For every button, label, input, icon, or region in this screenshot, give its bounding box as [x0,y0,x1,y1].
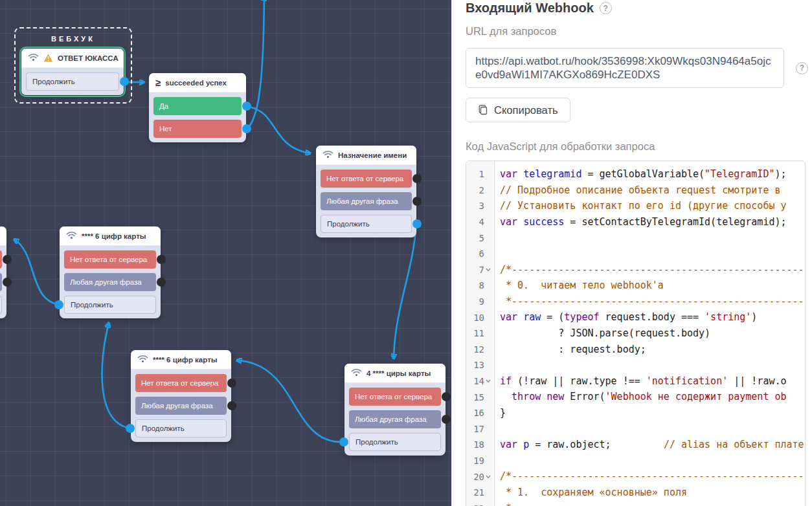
fold-chevron-icon[interactable] [484,266,492,274]
gutter-row: 16 [466,405,494,421]
fold-spacer [484,346,492,353]
node-button[interactable]: Нет ответа от сервера [321,170,412,188]
node-button[interactable]: Любая другая фраза [0,273,2,291]
connection-port[interactable] [242,124,251,133]
line-number: 17 [473,424,484,434]
line-number: 18 [473,439,484,450]
node-button-row: Любая другая фраза [64,273,156,291]
panel-title: Входящий Webhook [466,1,594,16]
connection-port[interactable] [157,278,166,287]
node-header[interactable]: ≥succeeded успех [149,73,246,93]
edge-naznachenie-to-four[interactable] [394,224,416,358]
copy-button[interactable]: Скопировать [466,98,570,122]
node-four-digits[interactable]: 4 **** циры картыНет ответа от сервераЛю… [344,364,445,456]
gutter-row: 7 [466,262,494,278]
gutter-row: 5 [466,230,494,246]
connection-port[interactable] [227,401,236,410]
edge-six2-to-six1[interactable] [102,323,131,428]
node-button[interactable]: Продолжить [64,296,156,314]
node-button-row: Нет ответа от сервера [135,374,227,392]
code-area[interactable]: var telegramid = getGlobalVariable("Tele… [495,161,805,506]
node-header[interactable]: Назначение имени [316,146,416,165]
fold-spacer [484,441,492,448]
code-line: * 0. читаем тело webhook'a [500,278,805,294]
connection-port[interactable] [339,437,348,446]
node-header[interactable]: **** 6 цифр карты [60,226,161,246]
node-six-digits-1[interactable]: **** 6 цифр картыНет ответа от сервераЛю… [60,226,161,318]
javascript-code-editor[interactable]: 12345678910111213141516171819202122 var … [466,160,806,506]
flow-canvas[interactable]: ВЕБХУК ОТВЕТ ЮКАССАПродолжить≥succeeded … [0,0,451,506]
node-title: 4 **** циры карты [367,369,431,377]
code-line: * 1. сохраняем «основные» поля [500,485,805,501]
gutter-row: 18 [466,437,494,453]
gutter-row: 20 [466,468,494,485]
edge-six1-to-offscreen[interactable] [14,239,60,305]
edge-four-to-six2[interactable] [237,360,344,442]
connection-port[interactable] [242,102,251,111]
node-button[interactable]: Продолжить [349,433,441,451]
fold-chevron-icon[interactable] [484,377,492,385]
node-succeeded-uspekh[interactable]: ≥succeeded успехДаНет [149,73,246,142]
node-title: ОТВЕТ ЮКАССА [58,54,118,62]
node-naznachenie-imeni[interactable]: Назначение имениНет ответа от сервераЛюб… [316,146,416,237]
node-header[interactable]: ОТВЕТ ЮКАССА [21,49,124,68]
connection-port[interactable] [412,219,422,228]
help-icon[interactable]: ? [600,2,612,14]
node-button[interactable]: Любая другая фраза [64,273,156,291]
node-button[interactable]: Любая другая фраза [349,410,441,428]
fold-spacer [484,218,492,226]
node-six-digits-2[interactable]: **** 6 цифр картыНет ответа от сервераЛю… [131,350,231,442]
line-number: 20 [473,472,484,482]
node-button[interactable]: Продолжить [321,215,412,233]
connection-port[interactable] [157,255,166,264]
node-header[interactable] [0,226,6,246]
connection-port[interactable] [227,379,236,388]
line-number: 21 [473,487,484,498]
wifi-icon [322,150,333,160]
node-header[interactable]: 4 **** циры карты [344,364,445,383]
node-otvet-yukassa[interactable]: ОТВЕТ ЮКАССАПродолжить [21,49,124,95]
webhook-url-field[interactable]: https://api.watbot.ru/hook/3536998:Xk09W… [466,48,784,88]
node-button[interactable]: Любая другая фраза [135,397,227,415]
fold-chevron-icon[interactable] [484,473,492,481]
connection-port[interactable] [3,255,12,264]
line-number: 12 [473,344,484,355]
node-button[interactable]: Нет ответа от сервера [349,388,441,406]
connection-port[interactable] [442,392,451,401]
connection-port[interactable] [126,424,135,433]
connection-port[interactable] [412,197,422,206]
node-button-row: Продолжить [349,433,441,451]
node-button[interactable]: Продолжить [135,419,227,437]
wifi-icon [137,355,148,364]
fold-spacer [484,393,492,401]
copy-button-label: Скопировать [494,104,558,116]
code-line: } [500,405,805,421]
code-line: if (!raw || raw.type !== 'notification' … [500,373,805,390]
node-button[interactable]: Нет ответа от сервера [64,250,156,269]
node-button[interactable]: Нет [153,120,242,138]
node-button[interactable]: Продолжить [0,296,2,314]
webhook-settings-panel: Входящий Webhook ? URL для запросов http… [451,0,812,506]
gutter-row: 3 [466,198,494,214]
connection-port[interactable] [442,415,451,424]
node-button[interactable]: Да [153,97,242,115]
node-button[interactable]: Продолжить [26,72,119,91]
node-button[interactable]: Нет ответа от сервера [0,250,2,269]
line-number: 10 [473,313,484,323]
connection-port[interactable] [54,300,63,309]
wifi-icon [28,53,39,63]
node-button[interactable]: Любая другая фраза [321,192,412,210]
node-body: Нет ответа от сервераЛюбая другая фразаП… [316,165,416,237]
connection-port[interactable] [412,174,422,183]
connection-port[interactable] [120,77,129,86]
edge-net-to-top[interactable] [246,0,264,130]
node-offscreen-left[interactable]: Нет ответа от сервераЛюбая другая фразаП… [0,226,6,318]
line-number: 6 [479,248,484,259]
node-header[interactable]: **** 6 цифр карты [131,350,231,369]
fold-spacer [484,457,492,465]
node-body: Продолжить [21,68,124,95]
connection-port[interactable] [3,278,12,287]
node-button[interactable]: Нет ответа от сервера [135,374,227,392]
group-webhook-label: ВЕБХУК [16,35,131,43]
url-help-icon[interactable]: ? [796,62,808,74]
